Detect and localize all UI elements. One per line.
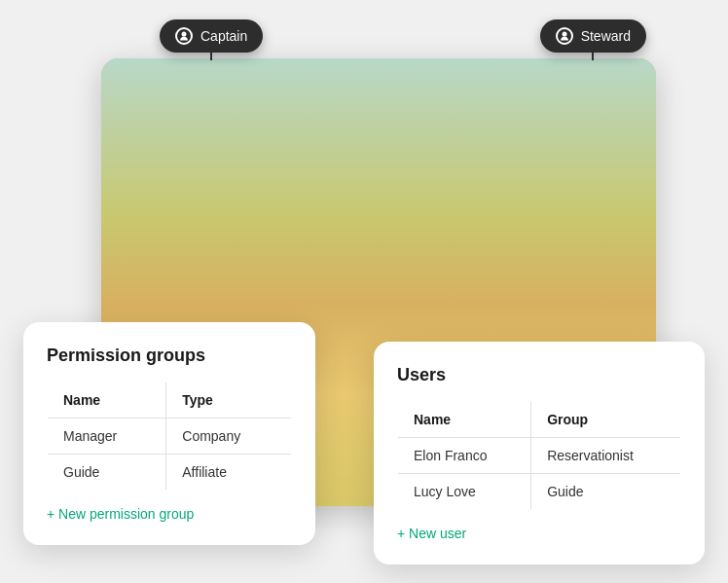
new-permission-group-button[interactable]: + New permission group: [47, 506, 292, 522]
table-row: Lucy Love Guide: [398, 473, 681, 509]
svg-point-29: [536, 172, 591, 227]
permissions-card-title: Permission groups: [47, 346, 292, 366]
users-card-title: Users: [397, 365, 681, 385]
svg-point-16: [262, 214, 310, 263]
svg-point-30: [532, 169, 595, 197]
user-name-elon: Elon Franco: [398, 437, 531, 473]
permission-type-affiliate: Affiliate: [166, 454, 292, 490]
svg-rect-25: [430, 185, 444, 194]
svg-rect-31: [532, 175, 595, 191]
svg-rect-19: [299, 234, 310, 302]
svg-point-4: [461, 127, 559, 224]
svg-rect-26: [449, 185, 462, 194]
users-card: Users Name Group Elon Franco Reservation…: [374, 342, 705, 565]
table-row: Elon Franco Reservationist: [398, 437, 681, 473]
permission-groups-card: Permission groups Name Type Manager Comp…: [23, 322, 315, 545]
captain-person-icon: [175, 27, 193, 45]
svg-rect-35: [607, 292, 621, 298]
svg-rect-13: [200, 206, 214, 214]
new-user-button[interactable]: + New user: [397, 526, 681, 541]
permission-name-guide: Guide: [48, 454, 166, 490]
permissions-col-name: Name: [48, 382, 166, 418]
steward-person-icon: [556, 27, 573, 45]
user-name-lucy: Lucy Love: [398, 473, 531, 509]
user-group-guide: Guide: [531, 473, 681, 509]
user-group-reservationist: Reservationist: [531, 437, 681, 473]
svg-point-0: [182, 31, 187, 36]
users-table: Name Group Elon Franco Reservationist Lu…: [397, 401, 681, 510]
svg-point-21: [338, 200, 390, 232]
permission-name-manager: Manager: [48, 418, 166, 454]
svg-rect-14: [218, 206, 232, 214]
steward-label: Steward: [581, 28, 631, 44]
steward-badge: Steward: [540, 19, 646, 53]
svg-point-1: [562, 31, 566, 36]
captain-label: Captain: [200, 28, 247, 44]
scene: Captain Steward: [23, 19, 705, 565]
svg-point-23: [418, 161, 476, 219]
users-col-group: Group: [531, 401, 681, 437]
svg-point-24: [418, 151, 476, 190]
permission-type-company: Company: [166, 418, 292, 454]
svg-point-11: [191, 182, 245, 237]
svg-point-32: [527, 173, 601, 193]
svg-rect-34: [605, 280, 623, 329]
users-col-name: Name: [398, 401, 531, 437]
permissions-table: Name Type Manager Company Guide Affiliat…: [47, 382, 292, 491]
table-row: Manager Company: [48, 418, 292, 454]
svg-point-17: [262, 206, 310, 241]
svg-point-20: [338, 207, 390, 260]
table-row: Guide Affiliate: [48, 454, 292, 490]
svg-rect-18: [262, 234, 273, 302]
svg-point-12: [191, 175, 245, 204]
permissions-col-type: Type: [166, 382, 292, 418]
captain-badge: Captain: [160, 19, 263, 53]
svg-point-3: [432, 97, 588, 253]
svg-point-22: [345, 239, 383, 263]
